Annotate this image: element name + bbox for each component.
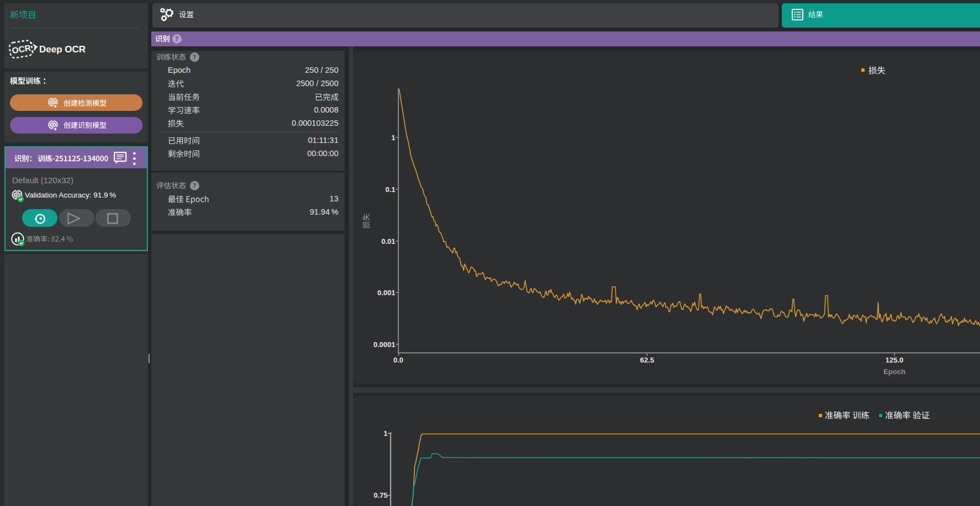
svg-text:OCR: OCR	[11, 43, 31, 55]
